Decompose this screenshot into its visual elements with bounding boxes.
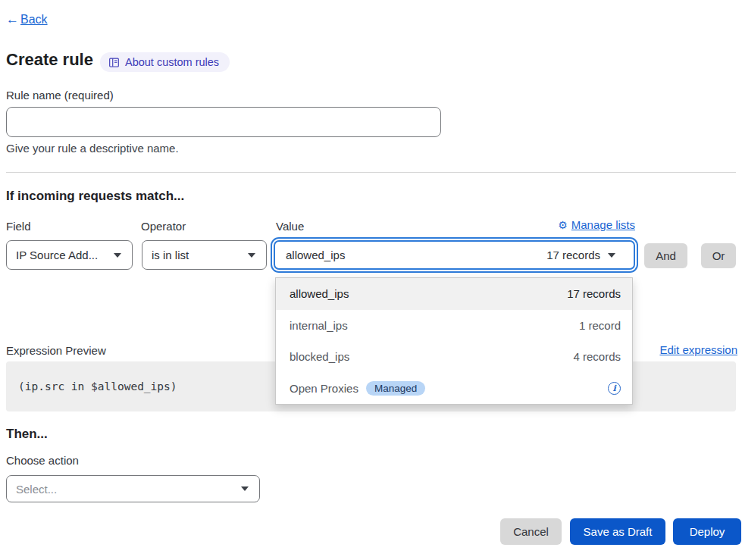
- chevron-down-icon: [114, 253, 121, 258]
- book-icon: [108, 57, 120, 68]
- and-button[interactable]: And: [644, 243, 687, 268]
- about-custom-rules-badge[interactable]: About custom rules: [100, 52, 230, 72]
- cancel-button[interactable]: Cancel: [500, 518, 562, 545]
- expression-code: (ip.src in $allowed_ips): [18, 380, 177, 393]
- choose-action-label: Choose action: [6, 454, 79, 467]
- save-as-draft-button[interactable]: Save as Draft: [570, 518, 665, 545]
- back-link[interactable]: ←Back: [6, 12, 48, 27]
- action-select-placeholder: Select...: [16, 483, 57, 496]
- list-dropdown-menu: allowed_ips 17 records internal_ips 1 re…: [275, 277, 633, 405]
- manage-lists-link[interactable]: ⚙ Manage lists: [558, 218, 635, 231]
- field-select[interactable]: IP Source Add...: [6, 240, 133, 270]
- page-title: Create rule: [6, 50, 93, 70]
- edit-expression-link[interactable]: Edit expression: [659, 343, 737, 356]
- list-option-meta: 4 records: [573, 350, 621, 363]
- list-option-meta: 1 record: [579, 319, 621, 332]
- chevron-down-icon: [241, 486, 249, 491]
- list-option-open-proxies[interactable]: Open Proxies Managed i: [276, 373, 632, 405]
- action-select[interactable]: Select...: [6, 475, 260, 502]
- list-option-name: allowed_ips: [290, 287, 349, 300]
- list-option-name: blocked_ips: [290, 350, 349, 363]
- list-option-name: internal_ips: [290, 319, 348, 332]
- field-label: Field: [6, 220, 31, 233]
- about-badge-label: About custom rules: [125, 56, 219, 68]
- list-option-internal-ips[interactable]: internal_ips 1 record: [276, 310, 632, 342]
- back-link-label: Back: [20, 13, 48, 27]
- match-section-heading: If incoming requests match...: [6, 189, 184, 204]
- info-icon[interactable]: i: [608, 382, 621, 395]
- list-option-name: Open Proxies: [290, 382, 358, 395]
- operator-select[interactable]: is in list: [142, 240, 267, 270]
- managed-badge: Managed: [366, 381, 425, 396]
- chevron-down-icon: [608, 253, 615, 258]
- then-section-heading: Then...: [6, 427, 48, 442]
- operator-label: Operator: [141, 220, 186, 233]
- value-select[interactable]: allowed_ips 17 records: [274, 240, 635, 270]
- rule-name-helper-text: Give your rule a descriptive name.: [6, 142, 179, 155]
- value-select-selected: allowed_ips: [286, 249, 345, 261]
- value-label: Value: [276, 220, 304, 233]
- rule-name-input[interactable]: [6, 107, 441, 137]
- chevron-down-icon: [248, 253, 255, 258]
- section-divider: [6, 172, 736, 173]
- list-option-blocked-ips[interactable]: blocked_ips 4 records: [276, 341, 632, 373]
- operator-select-value: is in list: [152, 249, 189, 261]
- expression-preview-label: Expression Preview: [6, 344, 106, 357]
- value-select-record-count: 17 records: [546, 249, 600, 261]
- back-arrow-icon: ←: [6, 12, 19, 27]
- list-option-meta: 17 records: [567, 287, 621, 300]
- deploy-button[interactable]: Deploy: [673, 518, 741, 545]
- list-option-allowed-ips[interactable]: allowed_ips 17 records: [276, 278, 632, 310]
- rule-name-label: Rule name (required): [6, 89, 114, 102]
- manage-lists-label: Manage lists: [571, 218, 635, 231]
- create-rule-page: ←Back Create rule About custom rules Rul…: [0, 0, 742, 560]
- gear-icon: ⚙: [558, 219, 568, 231]
- field-select-value: IP Source Add...: [16, 249, 98, 261]
- or-button[interactable]: Or: [701, 243, 736, 268]
